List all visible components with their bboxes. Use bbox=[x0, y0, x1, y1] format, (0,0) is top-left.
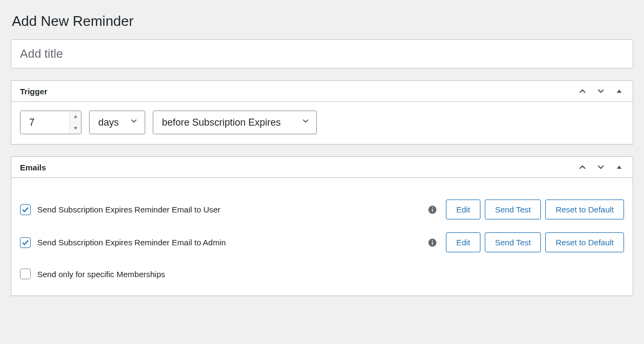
panel-header-actions bbox=[578, 86, 624, 96]
specific-membership-checkbox[interactable] bbox=[20, 269, 31, 279]
move-down-icon[interactable] bbox=[596, 162, 606, 172]
panel-header-actions bbox=[578, 162, 624, 172]
title-input-wrap bbox=[11, 39, 633, 68]
svg-rect-5 bbox=[432, 209, 433, 211]
email-row: Send Subscription Expires Reminder Email… bbox=[20, 193, 624, 226]
stepper-up-icon[interactable] bbox=[70, 111, 81, 122]
svg-rect-9 bbox=[432, 240, 433, 241]
emails-panel-title: Emails bbox=[20, 163, 46, 172]
trigger-unit-value: days bbox=[98, 117, 119, 128]
panel-header: Emails bbox=[11, 157, 633, 178]
info-icon[interactable] bbox=[428, 238, 437, 247]
email-admin-label: Send Subscription Expires Reminder Email… bbox=[37, 238, 421, 247]
svg-marker-3 bbox=[617, 166, 622, 169]
reset-default-button[interactable]: Reset to Default bbox=[545, 199, 624, 219]
send-test-button[interactable]: Send Test bbox=[485, 232, 541, 252]
stepper-down-icon[interactable] bbox=[70, 122, 81, 134]
edit-button[interactable]: Edit bbox=[446, 232, 480, 252]
trigger-number-input[interactable] bbox=[21, 111, 69, 134]
title-input[interactable] bbox=[19, 46, 625, 61]
emails-panel: Emails Send Subscrip bbox=[11, 156, 633, 296]
svg-marker-1 bbox=[73, 115, 77, 118]
page-title: Add New Reminder bbox=[12, 13, 633, 30]
info-icon[interactable] bbox=[428, 205, 437, 215]
send-test-button[interactable]: Send Test bbox=[485, 199, 541, 219]
move-up-icon[interactable] bbox=[578, 86, 587, 96]
svg-rect-6 bbox=[432, 207, 433, 208]
number-steppers bbox=[69, 111, 81, 134]
trigger-condition-value: before Subscription Expires bbox=[162, 117, 281, 128]
email-row: Send Subscription Expires Reminder Email… bbox=[20, 226, 624, 259]
email-admin-checkbox[interactable] bbox=[20, 237, 31, 248]
svg-marker-2 bbox=[73, 127, 77, 129]
emails-panel-body: Send Subscription Expires Reminder Email… bbox=[11, 184, 633, 295]
edit-button[interactable]: Edit bbox=[446, 199, 480, 219]
svg-marker-0 bbox=[617, 90, 622, 93]
trigger-panel-title: Trigger bbox=[20, 87, 48, 96]
trigger-panel-body: days before Subscription Expires bbox=[11, 102, 633, 144]
email-user-checkbox[interactable] bbox=[20, 204, 31, 215]
reset-default-button[interactable]: Reset to Default bbox=[545, 232, 624, 252]
move-down-icon[interactable] bbox=[596, 86, 606, 96]
svg-rect-8 bbox=[432, 242, 433, 244]
chevron-down-icon bbox=[301, 117, 310, 128]
toggle-panel-icon[interactable] bbox=[614, 162, 624, 172]
trigger-condition-select[interactable]: before Subscription Expires bbox=[153, 111, 317, 134]
specific-membership-row: Send only for specific Memberships bbox=[20, 259, 624, 286]
panel-header: Trigger bbox=[11, 81, 633, 102]
trigger-number-wrap bbox=[20, 111, 82, 134]
move-up-icon[interactable] bbox=[578, 162, 587, 172]
chevron-down-icon bbox=[130, 117, 138, 128]
specific-membership-label: Send only for specific Memberships bbox=[37, 270, 624, 279]
trigger-unit-select[interactable]: days bbox=[89, 111, 145, 134]
email-user-label: Send Subscription Expires Reminder Email… bbox=[37, 205, 421, 214]
trigger-panel: Trigger bbox=[11, 80, 633, 145]
toggle-panel-icon[interactable] bbox=[614, 86, 624, 96]
